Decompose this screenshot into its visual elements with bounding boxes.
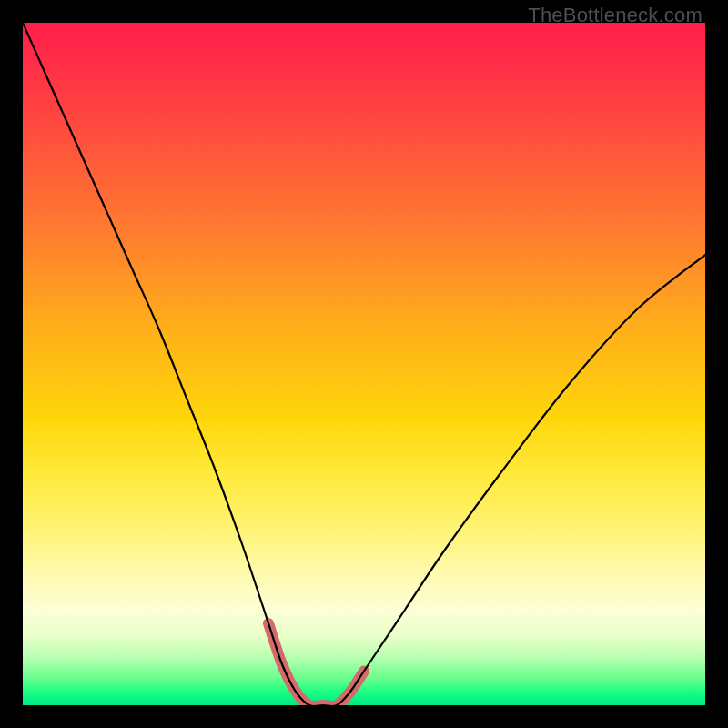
chart-svg — [23, 23, 705, 705]
bottleneck-curve — [23, 23, 705, 705]
watermark-text: TheBottleneck.com — [528, 4, 703, 27]
chart-plot-area — [23, 23, 705, 705]
chart-frame: TheBottleneck.com — [0, 0, 728, 728]
